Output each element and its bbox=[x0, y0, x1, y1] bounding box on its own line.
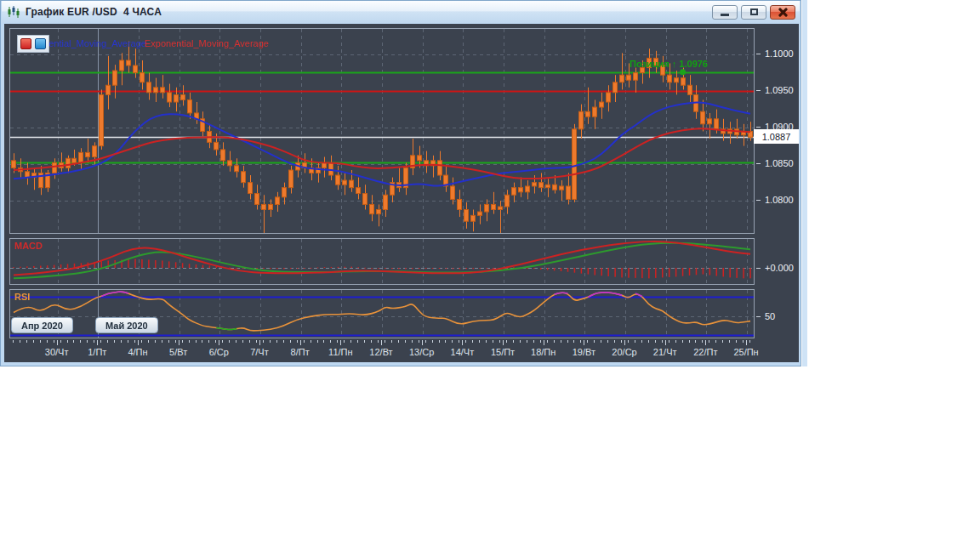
position-annotation: Позиция ↑ 1.0976 bbox=[630, 59, 708, 69]
date-label: 18/Пн bbox=[531, 347, 556, 357]
maximize-icon bbox=[750, 9, 758, 15]
titlebar[interactable]: График EUR /USD 4 ЧАСА bbox=[2, 1, 800, 23]
minor-time-tick bbox=[33, 340, 34, 343]
minor-time-tick bbox=[533, 340, 534, 343]
major-time-tick bbox=[57, 340, 58, 345]
rsi-label: RSI bbox=[14, 292, 30, 302]
indicator-buttons bbox=[17, 35, 49, 53]
month-badge-may[interactable]: Май 2020 bbox=[95, 317, 158, 333]
minor-time-tick bbox=[378, 340, 379, 343]
minor-time-tick bbox=[26, 340, 27, 343]
minor-time-tick bbox=[702, 340, 703, 343]
minor-time-tick bbox=[121, 340, 122, 343]
chart-window: График EUR /USD 4 ЧАСА Exponential_Movin… bbox=[0, 0, 801, 366]
price-axis-label: 1.1000 bbox=[756, 48, 794, 59]
minor-time-tick bbox=[202, 340, 202, 343]
major-time-tick bbox=[138, 340, 139, 345]
minimize-icon bbox=[721, 14, 729, 16]
macd-canvas[interactable] bbox=[10, 239, 754, 284]
minor-time-tick bbox=[506, 340, 507, 343]
minor-time-tick bbox=[297, 340, 298, 343]
window-controls bbox=[709, 5, 795, 20]
window-title: График EUR /USD 4 ЧАСА bbox=[26, 6, 162, 18]
minor-time-tick bbox=[189, 340, 190, 343]
minor-time-tick bbox=[134, 340, 135, 343]
minor-time-tick bbox=[594, 340, 595, 343]
major-time-tick bbox=[624, 340, 625, 345]
minor-time-tick bbox=[148, 340, 149, 343]
minor-time-tick bbox=[412, 340, 413, 343]
minor-time-tick bbox=[290, 340, 291, 343]
date-label: 21/Чт bbox=[653, 347, 677, 357]
minor-time-tick bbox=[270, 340, 271, 343]
month-badge-apr[interactable]: Апр 2020 bbox=[11, 317, 73, 333]
current-price-box: 1.0887 bbox=[754, 129, 799, 144]
blue-square-button[interactable] bbox=[35, 38, 46, 49]
minor-time-tick bbox=[432, 340, 433, 343]
rsi-axis-label: 50 bbox=[756, 311, 775, 321]
price-axis-value: 1.0850 bbox=[765, 158, 794, 168]
price-axis-value: 1.0800 bbox=[765, 195, 794, 205]
minor-time-tick bbox=[371, 340, 372, 343]
minor-time-tick bbox=[67, 340, 68, 343]
minor-time-tick bbox=[249, 340, 250, 343]
minor-time-tick bbox=[182, 340, 183, 343]
minor-time-tick bbox=[662, 340, 663, 343]
minor-time-tick bbox=[364, 340, 365, 343]
minor-time-tick bbox=[486, 340, 487, 343]
minor-time-tick bbox=[385, 340, 385, 343]
minor-time-tick bbox=[283, 340, 284, 343]
minor-time-tick bbox=[641, 340, 642, 343]
minor-time-tick bbox=[540, 340, 541, 343]
minor-time-tick bbox=[196, 340, 197, 343]
minor-time-tick bbox=[675, 340, 676, 343]
major-time-tick bbox=[300, 340, 301, 345]
minor-time-tick bbox=[13, 340, 14, 343]
minor-time-tick bbox=[47, 340, 48, 343]
red-square-button[interactable] bbox=[20, 38, 31, 49]
major-time-tick bbox=[503, 340, 504, 345]
minor-time-tick bbox=[236, 340, 236, 343]
maximize-button[interactable] bbox=[741, 5, 766, 20]
price-axis-value: 1.1000 bbox=[765, 48, 794, 59]
background-window-edge bbox=[802, 0, 807, 366]
minor-time-tick bbox=[107, 340, 108, 343]
minor-time-tick bbox=[141, 340, 142, 343]
date-label: 20/Ср bbox=[612, 347, 636, 357]
macd-axis-label: +0.000 bbox=[756, 263, 794, 273]
minor-time-tick bbox=[715, 340, 716, 343]
price-axis-label: 1.0950 bbox=[756, 85, 794, 95]
minor-time-tick bbox=[40, 340, 41, 343]
minor-time-tick bbox=[337, 340, 338, 343]
major-time-tick bbox=[97, 340, 98, 345]
minor-time-tick bbox=[655, 340, 656, 343]
minor-time-tick bbox=[87, 340, 88, 343]
price-axis-value: 1.0950 bbox=[765, 85, 794, 95]
minor-time-tick bbox=[100, 340, 101, 343]
major-time-tick bbox=[462, 340, 463, 345]
axis-tick bbox=[756, 90, 761, 91]
major-time-tick bbox=[381, 340, 382, 345]
minor-time-tick bbox=[459, 340, 459, 343]
minimize-button[interactable] bbox=[712, 5, 738, 20]
close-button[interactable] bbox=[770, 5, 795, 20]
minor-time-tick bbox=[628, 340, 629, 343]
minor-time-tick bbox=[621, 340, 622, 343]
minor-time-tick bbox=[607, 340, 608, 343]
minor-time-tick bbox=[513, 340, 514, 343]
major-time-tick bbox=[584, 340, 584, 345]
date-label: 12/Вт bbox=[369, 347, 392, 357]
minor-time-tick bbox=[222, 340, 223, 343]
up-arrow-icon: ↑ bbox=[672, 59, 677, 69]
minor-time-tick bbox=[229, 340, 230, 343]
minor-time-tick bbox=[242, 340, 243, 343]
minor-time-tick bbox=[60, 340, 61, 343]
minor-time-tick bbox=[472, 340, 473, 343]
minor-time-tick bbox=[635, 340, 635, 343]
minor-time-tick bbox=[729, 340, 730, 343]
axis-tick bbox=[756, 316, 761, 317]
minor-time-tick bbox=[330, 340, 331, 343]
minor-time-tick bbox=[208, 340, 209, 343]
minor-time-tick bbox=[648, 340, 649, 343]
minor-time-tick bbox=[405, 340, 406, 343]
